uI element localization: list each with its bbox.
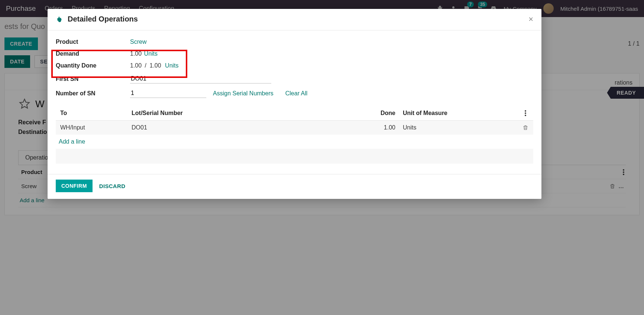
demand-qty: 1.00 (130, 50, 142, 57)
add-line-link[interactable]: Add a line (56, 135, 533, 149)
qty-done-units[interactable]: Units (165, 62, 178, 69)
col-header-done: Done (362, 110, 395, 117)
col-header-uom: Unit of Measure (395, 110, 492, 117)
modal-title: Detailed Operations (68, 15, 138, 23)
demand-label: Demand (56, 50, 130, 57)
row-done[interactable]: 1.00 (362, 124, 395, 131)
row-lot[interactable]: DO01 (132, 124, 362, 131)
qty-done-sep: / (145, 62, 146, 69)
trash-icon[interactable] (522, 125, 528, 131)
demand-units[interactable]: Units (144, 50, 158, 57)
col-header-to: To (57, 110, 132, 117)
qty-done-a: 1.00 (130, 62, 142, 69)
table-row (56, 149, 533, 164)
number-of-sn-input[interactable] (130, 89, 206, 98)
confirm-button[interactable]: CONFIRM (56, 180, 93, 192)
first-sn-label: First SN (56, 76, 130, 82)
col-header-lot: Lot/Serial Number (132, 110, 362, 117)
row-to[interactable]: WH/Input (57, 124, 132, 131)
col-header-kebab[interactable] (519, 110, 532, 116)
number-of-sn-label: Number of SN (56, 90, 130, 97)
quantity-done-label: Quantity Done (56, 62, 130, 69)
assign-serial-numbers[interactable]: Assign Serial Numbers (213, 90, 274, 97)
detailed-operations-modal: Detailed Operations × Product Screw Dema… (48, 9, 541, 199)
product-value[interactable]: Screw (130, 39, 146, 45)
first-sn-input[interactable] (130, 74, 271, 83)
bug-icon[interactable] (56, 16, 62, 23)
close-button[interactable]: × (528, 15, 533, 23)
clear-all[interactable]: Clear All (285, 90, 308, 97)
product-label: Product (56, 39, 130, 45)
discard-button[interactable]: DISCARD (99, 183, 125, 189)
row-uom[interactable]: Units (395, 124, 492, 131)
qty-done-b: 1.00 (150, 62, 161, 69)
